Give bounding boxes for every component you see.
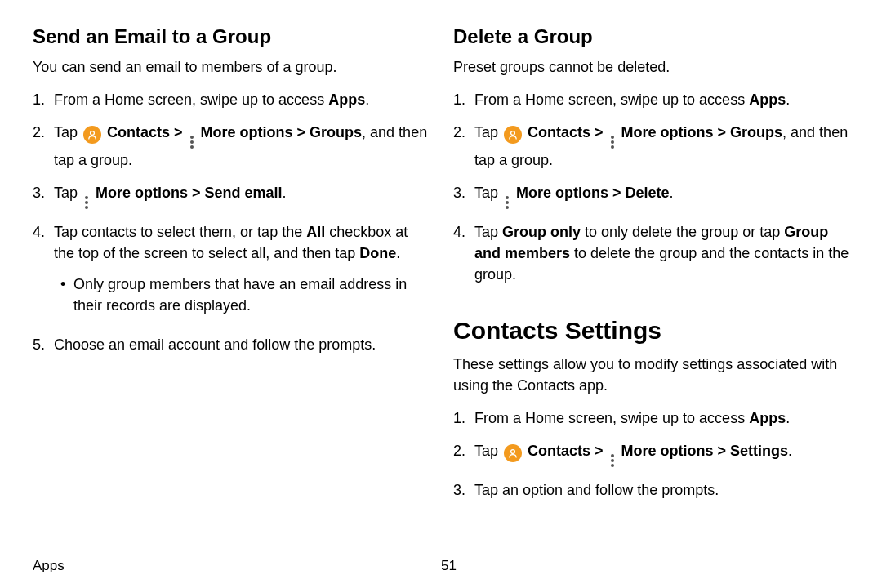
step-number: 4. xyxy=(33,221,54,323)
contacts-icon xyxy=(504,126,522,144)
step-text: Tap More options > Send email. xyxy=(54,182,429,210)
step-text: Tap an option and follow the prompts. xyxy=(474,479,849,501)
left-column: Send an Email to a Group You can send an… xyxy=(33,23,429,512)
step-number: 2. xyxy=(453,122,474,171)
more-options-icon xyxy=(504,195,510,210)
step-text: From a Home screen, swipe up to access A… xyxy=(54,89,429,110)
bullet-text: Only group members that have an email ad… xyxy=(74,274,429,316)
heading-send-email-group: Send an Email to a Group xyxy=(33,23,429,51)
more-options-icon xyxy=(189,135,195,149)
step-number: 3. xyxy=(33,182,54,210)
step-number: 3. xyxy=(453,182,474,210)
step-text: Tap More options > Delete. xyxy=(474,182,849,210)
steps-delete-group: 1. From a Home screen, swipe up to acces… xyxy=(453,89,849,285)
footer-section: Apps xyxy=(33,556,441,577)
step-number: 1. xyxy=(453,408,474,429)
bullet-icon: • xyxy=(54,274,74,316)
step-number: 2. xyxy=(33,122,54,171)
step-number: 5. xyxy=(33,334,54,355)
steps-contacts-settings: 1. From a Home screen, swipe up to acces… xyxy=(453,408,849,501)
svg-point-1 xyxy=(511,131,515,136)
more-options-icon xyxy=(609,453,616,468)
more-options-icon xyxy=(609,135,616,149)
heading-contacts-settings: Contacts Settings xyxy=(453,313,849,349)
svg-point-0 xyxy=(91,131,95,136)
contacts-icon xyxy=(504,444,522,462)
step-text: Tap Contacts > More options > Groups, an… xyxy=(474,122,849,171)
page-footer: Apps 51 xyxy=(33,556,849,577)
right-column: Delete a Group Preset groups cannot be d… xyxy=(453,23,849,512)
desc-contacts-settings: These settings allow you to modify setti… xyxy=(453,354,849,396)
step-number: 2. xyxy=(453,440,474,468)
step-number: 4. xyxy=(453,221,474,285)
more-options-icon xyxy=(83,195,90,210)
svg-point-2 xyxy=(511,450,515,454)
step-text: Choose an email account and follow the p… xyxy=(54,334,429,355)
step-text: Tap Group only to only delete the group … xyxy=(474,221,849,285)
step-text: Tap Contacts > More options > Settings. xyxy=(474,440,849,468)
step-text: From a Home screen, swipe up to access A… xyxy=(474,408,849,429)
steps-send-email: 1. From a Home screen, swipe up to acces… xyxy=(33,89,429,356)
heading-delete-group: Delete a Group xyxy=(453,23,849,51)
contacts-icon xyxy=(83,126,101,144)
step-text: Tap Contacts > More options > Groups, an… xyxy=(54,122,429,171)
desc-send-email: You can send an email to members of a gr… xyxy=(33,56,429,78)
desc-delete-group: Preset groups cannot be deleted. xyxy=(453,56,849,78)
step-number: 3. xyxy=(453,479,474,501)
step-number: 1. xyxy=(453,89,474,110)
footer-page-number: 51 xyxy=(441,556,849,577)
step-text: Tap contacts to select them, or tap the … xyxy=(54,221,429,323)
step-number: 1. xyxy=(33,89,54,110)
step-text: From a Home screen, swipe up to access A… xyxy=(474,89,849,110)
